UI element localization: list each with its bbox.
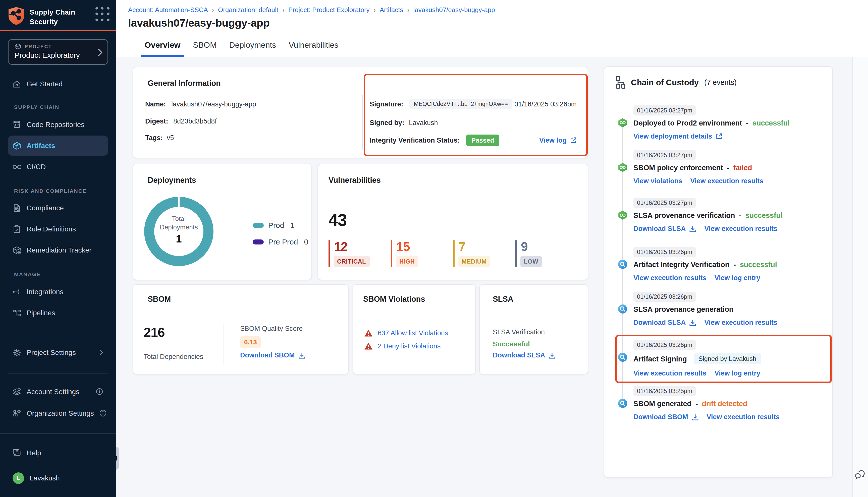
tab-deployments[interactable]: Deployments xyxy=(225,41,280,57)
link-label: View execution results xyxy=(690,177,764,185)
chain-title: Chain of Custody xyxy=(631,77,699,87)
supply-chain-security-logo-icon xyxy=(8,6,25,25)
sbom-score-label: SBOM Quality Score xyxy=(240,325,303,332)
view-execution-results-link[interactable]: View execution results xyxy=(690,177,764,185)
slsa-card: SLSA SLSA Verification Successful Downlo… xyxy=(479,284,588,374)
right-gutter xyxy=(852,57,868,497)
event-title: Artifact Integrity Verification xyxy=(633,260,729,269)
digest-label: Digest: xyxy=(145,117,173,125)
view-execution-results-link[interactable]: View execution results xyxy=(633,274,706,282)
view-log-link[interactable]: View log xyxy=(539,137,577,144)
tab-overview[interactable]: Overview xyxy=(141,41,184,57)
project-selector[interactable]: PROJECT Product Exploratory xyxy=(8,39,108,65)
name-value: lavakush07/easy-buggy-app xyxy=(171,100,256,108)
sidebar-item-organization-settings[interactable]: Organization Settings xyxy=(8,403,108,423)
sbom-card: SBOM 216 Total Dependencies SBOM Quality… xyxy=(132,284,349,374)
integrity-status-field: Integrity Verification Status: Passed Vi… xyxy=(370,134,577,146)
legend-prod: Prod 1 xyxy=(253,221,294,229)
user-menu[interactable]: L Lavakush xyxy=(8,468,108,488)
link-label: View execution results xyxy=(633,274,706,282)
app-launcher-icon[interactable] xyxy=(94,5,111,23)
event-title: Artifact Signing xyxy=(633,355,687,363)
launcher-dot xyxy=(107,18,110,21)
view-violations-link[interactable]: View violations xyxy=(633,177,682,185)
download-slsa-link[interactable]: Download SLSA xyxy=(493,351,556,359)
info-icon xyxy=(96,388,103,395)
sidebar-item-project-settings[interactable]: Project Settings xyxy=(8,342,108,363)
donut-center-label: Total Deployments 1 xyxy=(154,214,204,245)
sidebar-item-pipelines[interactable]: Pipelines xyxy=(8,303,108,323)
allow-list-violations-link[interactable]: 637 Allow list Violations xyxy=(378,329,448,337)
chain-events-count: (7 events) xyxy=(704,78,737,86)
sbom-violations-title: SBOM Violations xyxy=(363,295,425,304)
sidebar-item-compliance[interactable]: Compliance xyxy=(8,198,108,218)
tab-vulnerabilities[interactable]: Vulnerabilities xyxy=(284,41,342,57)
sidebar-item-artifacts[interactable]: Artifacts xyxy=(8,136,108,156)
pipelines-icon xyxy=(13,309,21,317)
chain-of-custody-panel: Chain of Custody (7 events) 01/16/2025 0… xyxy=(604,66,833,478)
general-information-card: General Information Name: lavakush07/eas… xyxy=(132,67,588,158)
document-search-icon xyxy=(13,203,21,212)
breadcrumb-organization[interactable]: Organization: default xyxy=(218,6,278,14)
cube-icon xyxy=(15,43,21,50)
sbom-total: 216 xyxy=(144,325,165,340)
event-links-row: View execution results View log entry xyxy=(633,369,824,377)
project-label: PROJECT xyxy=(25,44,52,49)
prod-legend-label: Prod xyxy=(268,221,284,229)
breadcrumb-project[interactable]: Project: Product Exploratory xyxy=(288,6,370,14)
view-log-entry-link[interactable]: View log entry xyxy=(715,369,760,377)
preprod-legend-label: Pre Prod xyxy=(268,238,298,246)
breadcrumb-separator: › xyxy=(407,6,409,14)
download-slsa-link[interactable]: Download SLSA xyxy=(633,225,697,232)
breadcrumb-artifacts[interactable]: Artifacts xyxy=(380,6,403,14)
high-badge: HIGH xyxy=(396,256,418,267)
warning-icon xyxy=(364,329,373,337)
link-label: View execution results xyxy=(633,369,706,377)
event-timestamp: 01/16/2025 03:26pm xyxy=(633,292,696,302)
download-slsa-link[interactable]: Download SLSA xyxy=(633,319,697,326)
signed-by-value: Lavakush xyxy=(409,119,438,127)
tags-label: Tags: xyxy=(145,134,167,142)
breadcrumb-account[interactable]: Account: Automation-SSCA xyxy=(128,6,208,14)
sidebar-item-get-started[interactable]: Get Started xyxy=(8,74,108,94)
slsa-verification-label: SLSA Verification xyxy=(493,328,545,336)
sidebar-item-code-repositories[interactable]: Code Repositories xyxy=(8,114,108,134)
donut-center-text: Total Deployments xyxy=(154,214,204,231)
tab-sbom[interactable]: SBOM xyxy=(189,41,221,57)
view-execution-results-link[interactable]: View execution results xyxy=(704,225,778,232)
view-execution-results-link[interactable]: View execution results xyxy=(633,369,706,377)
sidebar-item-remediation-tracker[interactable]: Remediation Tracker xyxy=(8,240,108,260)
event-timestamp: 01/16/2025 03:27pm xyxy=(633,105,696,115)
vulnerabilities-total: 43 xyxy=(328,210,347,230)
download-icon xyxy=(298,352,305,359)
low-count: 9 xyxy=(521,240,528,254)
view-execution-results-link[interactable]: View execution results xyxy=(704,319,778,326)
allow-list-row: 637 Allow list Violations xyxy=(364,329,448,337)
code-repo-icon xyxy=(13,120,21,129)
view-deployment-details-link[interactable]: View deployment details xyxy=(633,132,722,140)
download-sbom-link[interactable]: Download SBOM xyxy=(633,413,699,421)
download-icon xyxy=(689,319,697,326)
divider xyxy=(8,373,108,374)
sidebar-item-integrations[interactable]: Integrations xyxy=(8,282,108,302)
chain-of-custody-icon xyxy=(616,76,625,89)
digest-field: Digest: 8d23bd3b5d8f xyxy=(145,117,217,125)
divider-full xyxy=(0,433,116,434)
sidebar-item-help[interactable]: Help xyxy=(8,443,108,463)
medium-badge: MEDIUM xyxy=(458,256,490,267)
chain-event-deployed: 01/16/2025 03:27pm Deployed to Prod2 env… xyxy=(633,105,824,140)
chat-launcher-icon[interactable] xyxy=(854,470,866,480)
event-links-row: Download SLSA View execution results xyxy=(633,319,824,326)
signature-value: MEQCICde2VjIT...bL+2+mqnOXw== xyxy=(409,99,513,109)
download-sbom-link[interactable]: Download SBOM xyxy=(240,351,305,359)
breadcrumb-current[interactable]: lavakush07/easy-buggy-app xyxy=(414,6,495,14)
view-log-entry-link[interactable]: View log entry xyxy=(715,274,760,282)
view-execution-results-link[interactable]: View execution results xyxy=(707,413,780,421)
gear-icon xyxy=(13,348,21,357)
sidebar-item-account-settings[interactable]: Account Settings xyxy=(8,382,108,402)
sidebar-item-rule-definitions[interactable]: Rule Definitions xyxy=(8,219,108,239)
link-label: Download SLSA xyxy=(633,225,686,232)
deny-list-violations-link[interactable]: 2 Deny list Violations xyxy=(378,342,440,350)
sidebar-item-cicd[interactable]: CI/CD xyxy=(8,157,108,177)
passed-badge: Passed xyxy=(466,134,499,146)
